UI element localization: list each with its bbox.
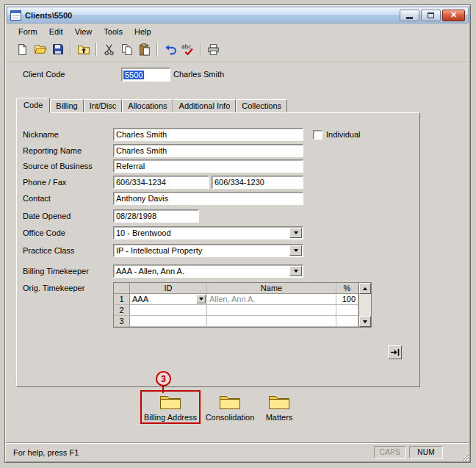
tab-collections[interactable]: Collections [236,99,287,112]
folder-up-button[interactable] [75,41,92,57]
close-icon: ✕ [450,11,457,19]
practice-class-dropdown-button[interactable] [289,245,302,256]
office-code-dropdown-button[interactable] [289,228,302,238]
office-code-dropdown[interactable]: 10 - Brentwood [113,226,303,240]
id-cell[interactable]: AAA [130,294,207,305]
percent-cell[interactable] [336,305,358,316]
toolbar-separator [70,43,71,56]
fax-value: 606/334-1230 [214,178,264,187]
date-opened-row: Date Opened 08/28/1998 [23,209,419,223]
undo-button[interactable] [162,41,178,57]
nickname-row: Nickname Charles Smith Individual [23,128,419,141]
reporting-name-value: Charles Smith [116,146,167,155]
consolidation-link[interactable]: Consolidation [201,390,259,424]
reporting-name-input[interactable]: Charles Smith [113,144,303,157]
chevron-down-icon [294,231,298,234]
tab-int-disc[interactable]: Int/Disc [84,99,123,112]
billing-timekeeper-value: AAA - Allen, Ann A. [114,265,289,277]
menu-help[interactable]: Help [129,25,157,38]
source-of-business-input[interactable]: Referral [113,159,303,173]
minimize-button[interactable] [400,10,419,21]
num-lock-indicator: NUM [409,446,443,458]
tab-billing[interactable]: Billing [50,99,83,112]
triangle-up-icon [363,287,367,290]
matters-link[interactable]: Matters [256,390,303,424]
source-of-business-row: Source of Business Referral [23,159,419,173]
next-record-button[interactable] [388,345,402,359]
table-row: 1 AAA Allen, Ann A. 100 [114,294,371,305]
name-cell[interactable]: Allen, Ann A. [207,294,336,305]
id-cell[interactable] [130,316,207,327]
spell-check-icon: abc [181,43,194,55]
grid-header-row: ID Name % [114,283,371,294]
practice-class-dropdown[interactable]: IP - Intellectual Property [113,244,303,257]
maximize-button[interactable] [421,10,441,21]
menu-tools[interactable]: Tools [98,25,129,38]
name-cell[interactable] [207,316,336,327]
grid-corner-cell [114,283,130,294]
fax-input[interactable]: 606/334-1230 [212,176,303,189]
office-code-value: 10 - Brentwood [114,227,289,239]
toolbar-separator [156,43,158,56]
table-row: 3 [114,316,371,327]
toolbar-separator [200,43,201,56]
grid-header-id: ID [130,283,207,294]
title-bar[interactable]: Clients\5500 ✕ [7,7,469,24]
close-button[interactable]: ✕ [442,10,465,21]
arrow-right-icon [390,348,400,356]
row-header[interactable]: 2 [114,305,130,316]
grid-scrollbar[interactable] [358,283,371,327]
quick-link-label: Billing Address [144,413,197,422]
nickname-label: Nickname [23,130,113,139]
new-icon [16,43,29,56]
name-cell[interactable] [207,305,336,316]
row-header[interactable]: 3 [114,316,130,327]
quick-link-label: Consolidation [206,413,255,422]
client-code-input[interactable]: 5500 [121,68,170,82]
percent-cell[interactable]: 100 [336,294,358,305]
tab-allocations[interactable]: Allocations [122,99,173,112]
chevron-down-icon [294,249,298,252]
individual-checkbox[interactable] [313,130,322,140]
print-button[interactable] [205,41,222,57]
table-row: 2 [114,305,371,316]
resize-grip[interactable] [459,451,469,461]
nickname-value: Charles Smith [116,130,167,139]
print-icon [207,43,220,55]
practice-class-label: Practice Class [23,246,113,255]
percent-cell[interactable] [336,316,358,327]
scroll-up-button[interactable] [359,283,371,294]
nickname-input[interactable]: Charles Smith [113,128,303,141]
open-button[interactable] [32,41,48,57]
paste-button[interactable] [136,41,153,57]
save-button[interactable] [49,41,66,57]
date-opened-input[interactable]: 08/28/1998 [113,209,199,223]
phone-input[interactable]: 606/334-1234 [113,176,209,189]
menu-edit[interactable]: Edit [43,25,69,38]
client-name-text: Charles Smith [173,70,224,79]
menu-form[interactable]: Form [12,25,43,38]
client-code-label: Client Code [23,70,65,79]
new-button[interactable] [14,41,31,57]
cut-button[interactable] [101,41,118,57]
id-value: AAA [130,295,196,303]
id-dropdown-button[interactable] [196,295,206,303]
menu-view[interactable]: View [69,25,98,38]
copy-button[interactable] [118,41,135,57]
status-bar: For help, press F1 CAPS NUM [6,442,469,461]
spell-check-button[interactable]: abc [179,41,196,57]
billing-timekeeper-dropdown-button[interactable] [289,266,302,276]
toolbar-divider [6,62,469,63]
row-header[interactable]: 1 [114,294,130,305]
toolbar-separator [95,43,97,56]
billing-timekeeper-label: Billing Timekeeper [23,267,113,276]
client-code-row: Client Code 5500 Charles Smith [5,65,470,84]
billing-timekeeper-dropdown[interactable]: AAA - Allen, Ann A. [113,264,303,278]
id-cell[interactable] [130,305,207,316]
contact-input[interactable]: Anthony Davis [113,192,303,205]
scroll-down-button[interactable] [359,316,371,327]
date-opened-value: 08/28/1998 [116,212,156,220]
tab-code[interactable]: Code [16,98,50,113]
tab-additional-info[interactable]: Additional Info [173,99,237,112]
billing-address-link[interactable]: Billing Address [140,390,201,424]
